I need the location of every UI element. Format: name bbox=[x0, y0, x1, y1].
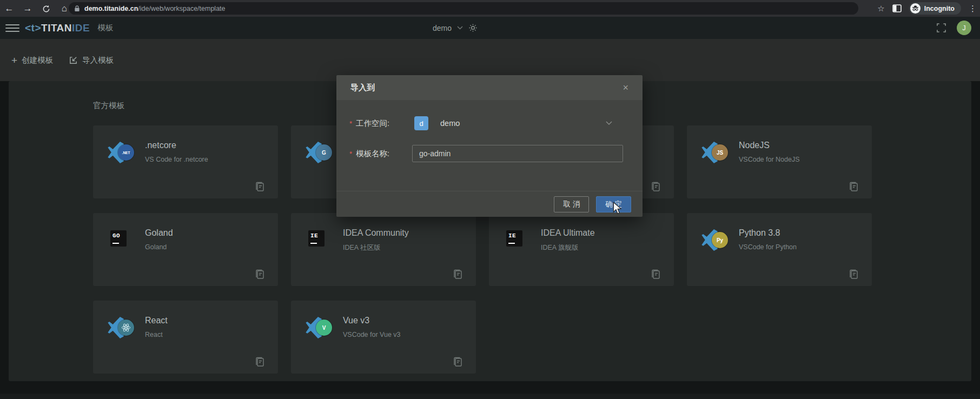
vscode-icon: G bbox=[305, 139, 331, 165]
card-subtitle: VSCode for Vue v3 bbox=[343, 331, 401, 338]
copy-template-icon[interactable] bbox=[651, 181, 661, 192]
copy-template-icon[interactable] bbox=[255, 268, 265, 280]
cancel-button[interactable]: 取 消 bbox=[554, 196, 589, 212]
card-title: IDEA Community bbox=[343, 228, 409, 238]
workspace-field-row: * 工作空间: d demo bbox=[349, 114, 643, 132]
copy-template-icon[interactable] bbox=[255, 356, 265, 367]
modal-footer: 取 消 确 定 bbox=[336, 191, 643, 217]
card-subtitle: IDEA 社区版 bbox=[343, 243, 380, 252]
back-icon[interactable]: ← bbox=[0, 3, 18, 14]
copy-template-icon[interactable] bbox=[849, 181, 859, 192]
template-card[interactable]: ReactReact bbox=[93, 301, 278, 374]
template-card[interactable]: VVue v3VSCode for Vue v3 bbox=[291, 301, 476, 374]
template-card[interactable]: IEIDEA UltimateIDEA 旗舰版 bbox=[489, 213, 674, 286]
modal-title: 导入到 bbox=[350, 83, 375, 93]
lock-icon bbox=[74, 5, 80, 12]
idea-icon: IE bbox=[305, 227, 331, 253]
card-title: Python 3.8 bbox=[739, 228, 780, 238]
import-template-button[interactable]: 导入模板 bbox=[69, 55, 114, 65]
card-title: .netcore bbox=[145, 141, 176, 150]
gear-icon[interactable] bbox=[468, 23, 478, 32]
vscode-icon: JS bbox=[701, 139, 727, 165]
vscode-icon: .NET bbox=[107, 139, 133, 165]
idea-icon: IE bbox=[503, 227, 529, 253]
card-title: NodeJS bbox=[739, 141, 770, 150]
copy-template-icon[interactable] bbox=[255, 181, 265, 192]
vscode-icon bbox=[107, 315, 133, 341]
card-subtitle: VS Code for .netcore bbox=[145, 156, 208, 163]
copy-template-icon[interactable] bbox=[453, 268, 463, 280]
required-mark: * bbox=[349, 119, 354, 128]
workspace-selector[interactable]: demo bbox=[433, 24, 452, 32]
close-icon[interactable]: × bbox=[623, 82, 628, 94]
incognito-icon bbox=[910, 3, 921, 14]
card-title: Goland bbox=[145, 228, 173, 238]
modal-header: 导入到 × bbox=[336, 75, 643, 100]
goland-icon: GO bbox=[107, 227, 133, 253]
plus-icon: + bbox=[11, 57, 17, 64]
workspace-label: 工作空间: bbox=[356, 118, 408, 129]
template-name-input[interactable] bbox=[412, 145, 623, 162]
card-subtitle: React bbox=[145, 331, 163, 338]
app-header: <t>TITANIDE 模板 demo J bbox=[0, 17, 980, 39]
template-name-field-row: * 模板名称: bbox=[349, 144, 643, 163]
incognito-badge: Incognito bbox=[909, 2, 961, 15]
card-title: Vue v3 bbox=[343, 316, 369, 325]
card-title: React bbox=[145, 316, 168, 325]
app-logo[interactable]: <t>TITANIDE bbox=[25, 22, 90, 34]
modal-body: * 工作空间: d demo * 模板名称: bbox=[336, 100, 643, 191]
card-subtitle: VSCode for Python bbox=[739, 243, 797, 251]
side-panel-icon[interactable] bbox=[892, 4, 902, 12]
template-card[interactable]: JSNodeJSVSCode for NodeJS bbox=[687, 125, 872, 198]
address-bar[interactable]: demo.titanide.cn/ide/web/workspace/templ… bbox=[69, 2, 858, 15]
browser-menu-icon[interactable]: ⋮ bbox=[969, 4, 977, 14]
avatar[interactable]: J bbox=[957, 21, 971, 35]
fullscreen-icon[interactable] bbox=[937, 23, 946, 32]
bookmark-star-icon[interactable]: ☆ bbox=[877, 4, 884, 14]
reload-icon[interactable] bbox=[37, 3, 55, 14]
template-card[interactable]: PyPython 3.8VSCode for Python bbox=[687, 213, 872, 286]
copy-template-icon[interactable] bbox=[849, 268, 859, 280]
template-card[interactable]: IEIDEA CommunityIDEA 社区版 bbox=[291, 213, 476, 286]
copy-template-icon[interactable] bbox=[651, 268, 661, 280]
card-title: IDEA Ultimate bbox=[541, 228, 595, 238]
chevron-down-icon[interactable] bbox=[457, 26, 463, 30]
template-name-label: 模板名称: bbox=[356, 149, 408, 159]
import-icon bbox=[69, 56, 78, 65]
card-subtitle: Goland bbox=[145, 243, 167, 251]
template-card[interactable]: GOGolandGoland bbox=[93, 213, 278, 286]
screen: ← → ⌂ demo.titanide.cn/ide/web/workspace… bbox=[0, 0, 980, 399]
required-mark: * bbox=[349, 150, 354, 158]
import-modal: 导入到 × * 工作空间: d demo * 模板名称: 取 消 确 定 bbox=[336, 75, 643, 217]
page-footer-strip bbox=[0, 394, 980, 399]
menu-icon[interactable] bbox=[5, 22, 19, 34]
workspace-badge: d bbox=[414, 116, 428, 130]
template-card[interactable]: .NET.netcoreVS Code for .netcore bbox=[93, 125, 278, 198]
url-text: demo.titanide.cn/ide/web/workspace/templ… bbox=[84, 5, 226, 12]
card-subtitle: VSCode for NodeJS bbox=[739, 156, 800, 163]
vscode-icon: Py bbox=[701, 227, 727, 253]
forward-icon[interactable]: → bbox=[18, 3, 37, 14]
page-title: 模板 bbox=[97, 23, 113, 33]
browser-toolbar: ← → ⌂ demo.titanide.cn/ide/web/workspace… bbox=[0, 0, 980, 17]
create-template-button[interactable]: + 创建模板 bbox=[11, 55, 53, 65]
vscode-icon: V bbox=[305, 315, 331, 341]
card-subtitle: IDEA 旗舰版 bbox=[541, 243, 578, 252]
copy-template-icon[interactable] bbox=[453, 356, 463, 367]
workspace-select[interactable]: demo bbox=[440, 119, 460, 128]
mouse-cursor bbox=[612, 202, 624, 215]
select-chevron-icon[interactable] bbox=[606, 121, 612, 125]
